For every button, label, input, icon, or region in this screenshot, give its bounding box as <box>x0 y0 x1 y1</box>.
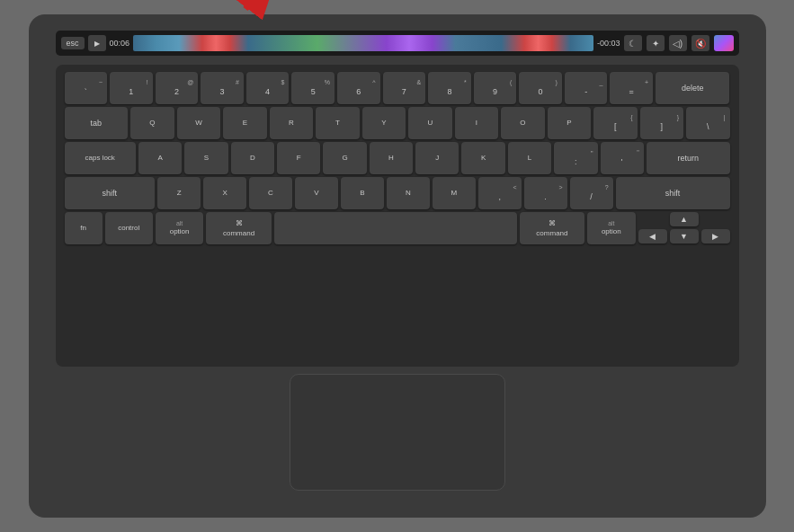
key-arrow-down[interactable]: ▼ <box>670 229 699 244</box>
key-option-left[interactable]: altoption <box>156 212 203 244</box>
key-period[interactable]: >. <box>524 177 567 209</box>
key-a[interactable]: A <box>138 142 182 174</box>
key-r[interactable]: R <box>270 107 313 139</box>
key-fn[interactable]: fn <box>65 212 103 244</box>
key-c[interactable]: C <box>249 177 292 209</box>
qwerty-row: tab Q W E R T Y U I O P {[ }] |\ <box>65 107 730 139</box>
moon-icon[interactable]: ☾ <box>624 35 642 51</box>
keyboard-area: The Touch Bar ~` !1 @2 #3 $4 %5 ^6 &7 *8… <box>56 65 739 367</box>
key-arrow-up[interactable]: ▲ <box>670 212 699 226</box>
key-5[interactable]: %5 <box>291 72 335 104</box>
key-x[interactable]: X <box>203 177 246 209</box>
apple-icon[interactable] <box>714 35 734 51</box>
time-neg-display: -00:03 <box>597 39 620 48</box>
key-arrow-right[interactable]: ▶ <box>701 229 730 244</box>
key-w[interactable]: W <box>177 107 220 139</box>
key-d[interactable]: D <box>231 142 274 174</box>
key-comma[interactable]: <, <box>478 177 522 209</box>
key-9[interactable]: (9 <box>474 72 517 104</box>
volume-icon[interactable]: ◁) <box>669 35 687 51</box>
key-s[interactable]: S <box>184 142 227 174</box>
key-o[interactable]: O <box>501 107 544 139</box>
key-shift-right[interactable]: shift <box>616 177 730 209</box>
key-b[interactable]: B <box>341 177 384 209</box>
trackpad-area <box>56 374 739 491</box>
mute-icon[interactable]: 🔇 <box>691 35 709 51</box>
key-8[interactable]: *8 <box>428 72 471 104</box>
asdf-row: caps lock A S D F G H J K L ": "' return <box>65 142 730 174</box>
key-command-left[interactable]: ⌘command <box>206 212 271 244</box>
key-capslock[interactable]: caps lock <box>65 142 136 174</box>
key-open-bracket[interactable]: {[ <box>593 107 637 139</box>
tb-icon-group: ☾ ✦ ◁) 🔇 <box>624 35 734 51</box>
key-m[interactable]: M <box>433 177 476 209</box>
key-command-right[interactable]: ⌘command <box>520 212 584 244</box>
key-u[interactable]: U <box>408 107 451 139</box>
key-6[interactable]: ^6 <box>337 72 380 104</box>
waveform <box>133 35 593 51</box>
key-q[interactable]: Q <box>130 107 174 139</box>
play-button[interactable]: ▶ <box>88 35 106 51</box>
key-h[interactable]: H <box>370 142 413 174</box>
touch-bar: esc ▶ 00:06 -00:03 ☾ ✦ ◁) 🔇 <box>56 31 739 56</box>
key-return[interactable]: return <box>647 142 730 174</box>
key-backtick[interactable]: ~` <box>65 72 108 104</box>
esc-key[interactable]: esc <box>61 37 85 49</box>
time-display: 00:06 <box>110 39 130 48</box>
key-2[interactable]: @2 <box>156 72 199 104</box>
key-4[interactable]: $4 <box>246 72 290 104</box>
key-arrow-left[interactable]: ◀ <box>638 229 667 244</box>
key-0[interactable]: )0 <box>519 72 562 104</box>
key-j[interactable]: J <box>415 142 459 174</box>
key-7[interactable]: &7 <box>383 72 426 104</box>
number-row: ~` !1 @2 #3 $4 %5 ^6 &7 *8 (9 )0 _- += d… <box>65 72 730 104</box>
zxcv-row: shift Z X C V B N M <, >. ?/ shift <box>65 177 730 209</box>
key-close-bracket[interactable]: }] <box>640 107 683 139</box>
key-quote[interactable]: "' <box>601 142 644 174</box>
bottom-row: fn control altoption ⌘command ⌘command a… <box>65 212 730 244</box>
key-g[interactable]: G <box>323 142 366 174</box>
key-z[interactable]: Z <box>157 177 201 209</box>
key-semicolon[interactable]: ": <box>554 142 597 174</box>
key-e[interactable]: E <box>223 107 266 139</box>
key-1[interactable]: !1 <box>110 72 153 104</box>
key-shift-left[interactable]: shift <box>65 177 156 209</box>
key-l[interactable]: L <box>508 142 551 174</box>
key-p[interactable]: P <box>548 107 591 139</box>
key-backslash[interactable]: |\ <box>686 107 729 139</box>
key-y[interactable]: Y <box>362 107 406 139</box>
key-delete[interactable]: delete <box>656 72 729 104</box>
key-slash[interactable]: ?/ <box>570 177 613 209</box>
key-t[interactable]: T <box>316 107 359 139</box>
arrow-key-group: ▲ ◀ ▼ ▶ <box>638 212 730 244</box>
svg-line-1 <box>245 0 281 9</box>
key-i[interactable]: I <box>455 107 498 139</box>
key-3[interactable]: #3 <box>201 72 244 104</box>
key-space[interactable] <box>274 212 517 244</box>
trackpad[interactable] <box>290 374 505 491</box>
key-tab[interactable]: tab <box>65 107 129 139</box>
brightness-icon[interactable]: ✦ <box>647 35 665 51</box>
laptop-body: esc ▶ 00:06 -00:03 ☾ ✦ ◁) 🔇 The Touch Ba… <box>29 14 766 518</box>
key-equals[interactable]: += <box>610 72 653 104</box>
red-arrow <box>231 0 303 20</box>
key-option-right[interactable]: altoption <box>587 212 635 244</box>
key-v[interactable]: V <box>295 177 338 209</box>
key-minus[interactable]: _- <box>565 72 608 104</box>
key-control[interactable]: control <box>105 212 153 244</box>
key-f[interactable]: F <box>277 142 320 174</box>
key-k[interactable]: K <box>461 142 504 174</box>
key-n[interactable]: N <box>387 177 430 209</box>
